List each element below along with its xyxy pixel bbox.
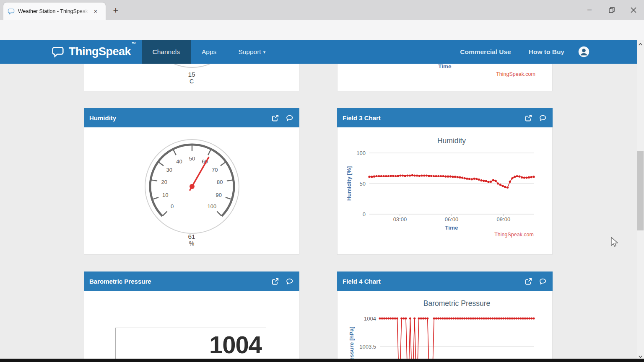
svg-text:0: 0 [363,211,366,217]
widget-header: Humidity [84,108,299,127]
svg-text:06:00: 06:00 [445,216,459,222]
widget-time-chart-partial: Time ThingSpeak.com [337,64,553,91]
thingspeak-bubble-icon [8,8,15,15]
browser-toolbar: https://thingspeak.com/channels/1464135 … [0,20,644,40]
svg-text:50: 50 [360,181,366,187]
scroll-up-button[interactable] [637,41,644,48]
widget-header: Barometric Pressure [84,272,299,291]
thingspeak-navbar: ThingSpeak™ Channels Apps Support▾ Comme… [0,40,644,64]
scrollbar-track[interactable] [637,40,644,362]
time-axis-label: Time [338,63,552,70]
svg-text:70: 70 [212,167,218,173]
widget-field3-chart: Field 3 Chart 10050003:0006:0009:00Humid… [337,108,553,255]
mouse-cursor [610,237,620,248]
widget-title: Humidity [89,114,116,122]
open-in-new-icon[interactable] [525,278,532,285]
open-in-new-icon[interactable] [272,278,279,285]
humidity-gauge-value: 61 % [84,233,299,247]
svg-text:1003.5: 1003.5 [359,344,376,350]
svg-text:Time: Time [445,225,458,231]
close-icon [626,4,641,16]
thingspeak-watermark: ThingSpeak.com [496,71,535,77]
screen: Weather Station - ThingSpeak Io × + – [0,0,644,362]
new-tab-button[interactable]: + [110,5,122,17]
svg-text:09:00: 09:00 [497,216,511,222]
comment-icon[interactable] [286,114,293,122]
comment-icon[interactable] [539,278,546,285]
svg-text:1004: 1004 [364,315,376,322]
thingspeak-logo-icon [51,46,65,58]
pressure-line-chart: 10041003.5Barometric PressurePressure [h… [338,291,552,361]
widget-title: Barometric Pressure [89,278,151,285]
account-avatar-icon[interactable] [578,46,589,57]
window-restore-button[interactable] [605,4,619,16]
svg-text:10: 10 [162,192,168,198]
nav-item-commercial-use[interactable]: Commercial Use [451,48,519,56]
tab-close-button[interactable]: × [91,7,100,16]
comment-icon[interactable] [539,114,546,122]
brand-tm: ™ [132,41,136,46]
open-in-new-icon[interactable] [525,114,532,122]
nav-item-channels[interactable]: Channels [142,40,191,64]
widget-humidity-gauge: Humidity 0102030405060708090100 61 % [84,108,299,255]
svg-text:03:00: 03:00 [393,216,407,222]
pressure-value: 1004 [209,331,262,359]
svg-text:Pressure [hPa]: Pressure [hPa] [348,326,355,361]
svg-text:ThingSpeak.com: ThingSpeak.com [494,232,534,238]
window-minimize-button[interactable]: – [582,4,597,16]
svg-text:Barometric Pressure: Barometric Pressure [423,299,491,308]
svg-text:30: 30 [166,167,172,173]
comment-icon[interactable] [286,278,293,285]
widget-header: Field 4 Chart [337,272,553,291]
svg-text:80: 80 [217,179,223,185]
humidity-line-chart: 10050003:0006:0009:00HumidityTimeHumidit… [338,127,552,254]
browser-tab-bar: Weather Station - ThingSpeak Io × + – [0,0,644,20]
widget-pressure-display: Barometric Pressure 1004 [84,272,299,362]
widget-title: Field 4 Chart [343,278,381,285]
temperature-gauge-value: 15 C [84,71,299,85]
numeric-display-box: 1004 [115,328,266,362]
restore-icon [605,4,619,16]
tab-title: Weather Station - ThingSpeak Io [18,8,90,14]
svg-text:100: 100 [356,150,366,156]
svg-text:50: 50 [189,155,195,162]
svg-text:Humidity [%]: Humidity [%] [346,166,352,201]
svg-text:20: 20 [161,179,167,185]
browser-tab[interactable]: Weather Station - ThingSpeak Io × [3,3,106,20]
window-close-button[interactable] [626,4,641,16]
widget-title: Field 3 Chart [343,114,381,122]
svg-text:90: 90 [216,192,221,198]
widget-header: Field 3 Chart [337,108,553,127]
widget-field4-chart: Field 4 Chart 10041003.5Barometric Press… [337,272,553,362]
nav-item-how-to-buy[interactable]: How to Buy [520,48,573,56]
svg-text:40: 40 [176,158,182,165]
open-in-new-icon[interactable] [272,114,279,122]
svg-text:Humidity: Humidity [437,137,466,145]
nav-item-apps[interactable]: Apps [191,40,227,64]
scrollbar-thumb[interactable] [637,151,644,230]
svg-text:0: 0 [171,203,174,209]
svg-text:100: 100 [208,203,217,209]
nav-item-support[interactable]: Support▾ [227,40,276,64]
thingspeak-brand[interactable]: ThingSpeak™ [51,40,135,64]
bottom-bar [0,359,644,362]
chevron-down-icon: ▾ [263,49,266,55]
brand-text: ThingSpeak™ [69,45,135,58]
widget-temperature-partial: 15 C [84,64,299,91]
